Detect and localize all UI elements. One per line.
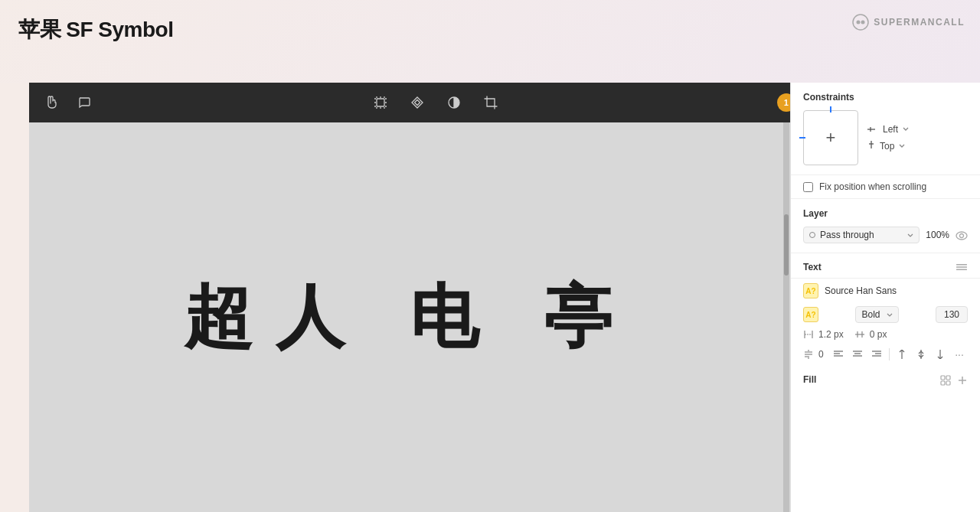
letter-spacing-icon: [854, 329, 865, 340]
svg-rect-28: [956, 269, 967, 271]
svg-rect-3: [377, 99, 384, 106]
comment-tool[interactable]: [74, 92, 95, 113]
contrast-tool[interactable]: [443, 92, 465, 113]
canvas-content: 超人 电 亭: [29, 122, 790, 512]
constraint-tick-left: [799, 137, 805, 139]
toolbar-left: [41, 92, 95, 113]
font-weight-chevron: [887, 313, 893, 317]
hand-tool[interactable]: [41, 92, 63, 113]
constraints-title: Constraints: [803, 92, 968, 103]
svg-point-25: [960, 234, 964, 238]
scrollbar-thumb[interactable]: [784, 214, 789, 276]
opacity-value: 100%: [926, 230, 949, 240]
v-constraint-icon: [867, 141, 875, 152]
svg-rect-27: [956, 266, 967, 268]
svg-point-24: [956, 232, 967, 240]
text-more-button[interactable]: [956, 261, 968, 273]
svg-point-0: [853, 15, 868, 30]
svg-point-1: [857, 21, 861, 24]
opacity-row: 100%: [926, 230, 949, 240]
horizontal-constraint[interactable]: Left: [867, 124, 909, 135]
svg-rect-53: [946, 376, 950, 380]
fix-position-checkbox[interactable]: [803, 182, 813, 192]
text-section-header: Text: [791, 253, 980, 279]
align-left-button[interactable]: [830, 346, 847, 363]
svg-rect-52: [941, 376, 945, 380]
align-separator: [889, 348, 890, 360]
h-constraint-chevron: [903, 127, 909, 132]
letter-spacing-value[interactable]: 0 px: [870, 329, 887, 340]
font-size-value[interactable]: 130: [936, 306, 968, 323]
blend-circle-icon: [809, 232, 815, 238]
blend-chevron-icon: [907, 233, 913, 237]
canvas-text: 超人 电 亭: [184, 271, 635, 364]
top-bar: 苹果 SF Symbol SUPERMANCALL: [0, 0, 980, 83]
paragraph-spacing-icon: [803, 349, 814, 360]
h-constraint-icon: [867, 126, 878, 133]
font-family-row: A? Source Han Sans: [791, 279, 980, 303]
fill-add-icon[interactable]: [957, 373, 968, 386]
constraints-grid: + Left: [803, 110, 968, 165]
font-weight-icon: A?: [803, 307, 818, 322]
fill-grid-icon[interactable]: [940, 373, 951, 386]
svg-point-2: [861, 21, 865, 24]
font-weight-select[interactable]: Bold: [855, 306, 898, 323]
constraint-controls: Left Top: [867, 124, 909, 152]
toolbar-center: [95, 92, 777, 113]
line-height-value[interactable]: 1.2 px: [818, 329, 844, 340]
fix-position-label: Fix position when scrolling: [819, 181, 926, 192]
layer-row: Pass through 100%: [803, 227, 968, 243]
fill-section: Fill: [791, 366, 980, 393]
paragraph-spacing-value[interactable]: 0: [818, 349, 824, 360]
logo-area: SUPERMANCALL: [852, 14, 965, 31]
spacing-row-2: 0: [791, 343, 980, 366]
fill-actions: [940, 373, 968, 386]
constraints-section: Constraints + Left: [791, 83, 980, 175]
font-icon: A?: [803, 283, 818, 298]
svg-rect-26: [956, 264, 967, 266]
canvas-area: 超人 电 亭: [29, 122, 790, 512]
valign-middle-button[interactable]: [913, 346, 929, 363]
constraint-plus-icon: +: [826, 128, 836, 148]
align-right-button[interactable]: [868, 346, 885, 363]
spacing-row-1: 1.2 px 0 px: [791, 326, 980, 343]
canvas-scrollbar[interactable]: [783, 122, 789, 512]
app-title: 苹果 SF Symbol: [18, 15, 173, 44]
layer-title: Layer: [803, 208, 968, 219]
constraint-tick-top: [830, 106, 831, 113]
fill-title: Fill: [803, 374, 816, 385]
v-constraint-chevron: [899, 144, 905, 148]
svg-rect-54: [941, 381, 945, 385]
valign-bottom-button[interactable]: [932, 346, 949, 363]
valign-top-button[interactable]: [893, 346, 910, 363]
svg-rect-55: [946, 381, 950, 385]
fix-position-row[interactable]: Fix position when scrolling: [791, 175, 980, 199]
crop-tool[interactable]: [480, 92, 501, 113]
align-center-button[interactable]: [849, 346, 866, 363]
frame-tool[interactable]: [370, 92, 391, 113]
text-more-options[interactable]: ···: [951, 346, 968, 363]
vertical-constraint[interactable]: Top: [867, 141, 909, 152]
constraint-box: +: [803, 110, 858, 165]
font-weight-row: A? Bold 130: [791, 303, 980, 326]
logo-icon: [852, 14, 869, 31]
line-height-icon: [803, 329, 814, 340]
visibility-toggle[interactable]: [956, 229, 968, 241]
right-panel: Constraints + Left: [790, 83, 980, 512]
text-section-title: Text: [803, 262, 822, 272]
logo-text: SUPERMANCALL: [874, 17, 965, 28]
blend-mode-select[interactable]: Pass through: [803, 227, 920, 243]
font-family-name: Source Han Sans: [825, 285, 897, 296]
text-alignment-group: ···: [830, 346, 968, 363]
component-tool[interactable]: [407, 92, 428, 113]
layer-section: Layer Pass through 100%: [791, 199, 980, 253]
